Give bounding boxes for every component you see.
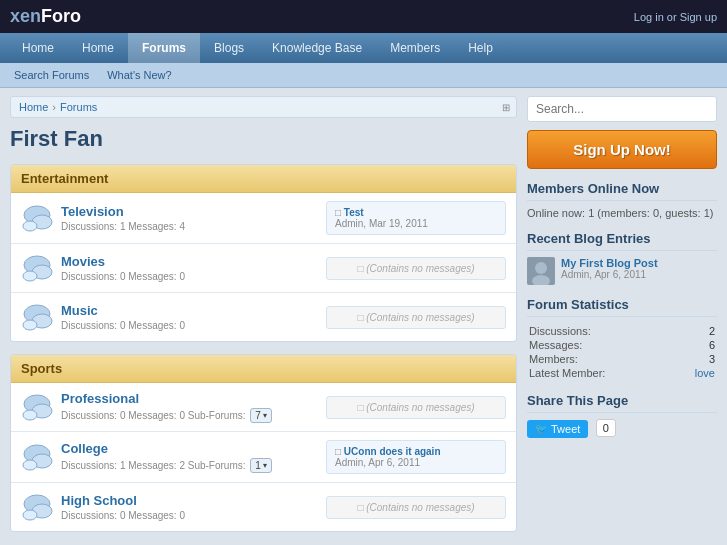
svg-point-8 [23, 320, 37, 330]
forum-info: MoviesDiscussions: 0 Messages: 0 [61, 254, 318, 282]
forum-icon [21, 391, 53, 423]
logo-xen: xen [10, 6, 41, 26]
blog-avatar [527, 257, 555, 285]
forum-stats: Discussions: 0 Messages: 0 [61, 271, 318, 282]
tweet-count: 0 [596, 419, 616, 437]
forum-icon [21, 301, 53, 333]
stats-latest-member: Latest Member: love [529, 367, 715, 379]
main-content: Home › Forums ⊞ First Fan Entertainment … [10, 96, 517, 544]
expand-icon[interactable]: ⊞ [502, 102, 510, 113]
nav-item-forums[interactable]: Forums [128, 33, 200, 63]
breadcrumb-home[interactable]: Home [19, 101, 48, 113]
svg-point-5 [23, 271, 37, 281]
forum-row: High SchoolDiscussions: 0 Messages: 0□ (… [11, 483, 516, 531]
site-header: xenForo Log in or Sign up [0, 0, 727, 33]
latest-title[interactable]: Test [344, 207, 364, 218]
forum-stats: Discussions: 0 Messages: 0 [61, 320, 318, 331]
subforum-badge[interactable]: 7 [250, 408, 272, 423]
recent-blogs-title: Recent Blog Entries [527, 231, 717, 251]
forum-stats: Discussions: 1 Messages: 2 Sub-Forums: 1 [61, 458, 318, 473]
forum-latest: □ UConn does it againAdmin, Apr 6, 2011 [326, 440, 506, 474]
blog-title[interactable]: My First Blog Post [561, 257, 658, 269]
stats-members: Members: 3 [529, 353, 715, 365]
share-title: Share This Page [527, 393, 717, 413]
forum-categories: Entertainment TelevisionDiscussions: 1 M… [10, 164, 517, 532]
subnav-item[interactable]: What's New? [103, 67, 175, 83]
stats-discussions: Discussions: 2 [529, 325, 715, 337]
forum-row: CollegeDiscussions: 1 Messages: 2 Sub-Fo… [11, 432, 516, 483]
forum-stats: Discussions: 0 Messages: 0 Sub-Forums: 7 [61, 408, 318, 423]
forum-row: TelevisionDiscussions: 1 Messages: 4□ Te… [11, 193, 516, 244]
share-controls: 🐦 Tweet 0 [527, 419, 717, 438]
breadcrumb-forums[interactable]: Forums [60, 101, 97, 113]
forum-info: High SchoolDiscussions: 0 Messages: 0 [61, 493, 318, 521]
members-online-title: Members Online Now [527, 181, 717, 201]
svg-point-14 [23, 460, 37, 470]
forum-row: MoviesDiscussions: 0 Messages: 0□ (Conta… [11, 244, 516, 293]
page-title: First Fan [10, 126, 517, 152]
blog-meta: Admin, Apr 6, 2011 [561, 269, 658, 280]
forum-name[interactable]: Professional [61, 391, 318, 406]
forum-stats: Discussions: 1 Messages: 4 [61, 221, 318, 232]
nav-item-knowledge-base[interactable]: Knowledge Base [258, 33, 376, 63]
subforum-badge[interactable]: 1 [250, 458, 272, 473]
members-online-section: Members Online Now Online now: 1 (member… [527, 181, 717, 219]
forum-icon [21, 491, 53, 523]
blog-entry: My First Blog Post Admin, Apr 6, 2011 [527, 257, 717, 285]
nav-item-members[interactable]: Members [376, 33, 454, 63]
blog-info: My First Blog Post Admin, Apr 6, 2011 [561, 257, 658, 280]
forum-name[interactable]: Movies [61, 254, 318, 269]
forum-category: Sports ProfessionalDiscussions: 0 Messag… [10, 354, 517, 532]
latest-title[interactable]: UConn does it again [344, 446, 441, 457]
category-header: Entertainment [11, 165, 516, 193]
forum-stats: Discussions: 0 Messages: 0 [61, 510, 318, 521]
forum-info: CollegeDiscussions: 1 Messages: 2 Sub-Fo… [61, 441, 318, 473]
forum-icon [21, 202, 53, 234]
twitter-bird-icon: 🐦 [535, 423, 547, 434]
forum-stats-title: Forum Statistics [527, 297, 717, 317]
forum-row: MusicDiscussions: 0 Messages: 0□ (Contai… [11, 293, 516, 341]
main-nav: HomeHomeForumsBlogsKnowledge BaseMembers… [0, 33, 727, 63]
search-input[interactable] [527, 96, 717, 122]
sub-nav: Search ForumsWhat's New? [0, 63, 727, 88]
breadcrumb: Home › Forums ⊞ [10, 96, 517, 118]
stats-table: Discussions: 2 Messages: 6 Members: 3 La… [527, 323, 717, 381]
forum-row: ProfessionalDiscussions: 0 Messages: 0 S… [11, 383, 516, 432]
nav-item-help[interactable]: Help [454, 33, 507, 63]
forum-name[interactable]: College [61, 441, 318, 456]
header-login-link[interactable]: Log in or Sign up [634, 11, 717, 23]
logo-foro: Foro [41, 6, 81, 26]
forum-info: MusicDiscussions: 0 Messages: 0 [61, 303, 318, 331]
share-section: Share This Page 🐦 Tweet 0 [527, 393, 717, 438]
members-online-text: Online now: 1 (members: 0, guests: 1) [527, 207, 717, 219]
forum-info: ProfessionalDiscussions: 0 Messages: 0 S… [61, 391, 318, 423]
breadcrumb-sep-1: › [52, 101, 56, 113]
forum-icon [21, 441, 53, 473]
site-logo: xenForo [10, 6, 81, 27]
stats-messages: Messages: 6 [529, 339, 715, 351]
nav-item-blogs[interactable]: Blogs [200, 33, 258, 63]
forum-name[interactable]: High School [61, 493, 318, 508]
svg-point-11 [23, 410, 37, 420]
tweet-button[interactable]: 🐦 Tweet [527, 420, 588, 438]
recent-blogs-section: Recent Blog Entries My First Blog Post A… [527, 231, 717, 285]
forum-info: TelevisionDiscussions: 1 Messages: 4 [61, 204, 318, 232]
forum-latest: □ (Contains no messages) [326, 306, 506, 329]
nav-item-home[interactable]: Home [68, 33, 128, 63]
forum-latest: □ TestAdmin, Mar 19, 2011 [326, 201, 506, 235]
signup-button[interactable]: Sign Up Now! [527, 130, 717, 169]
forum-latest: □ (Contains no messages) [326, 396, 506, 419]
svg-point-2 [23, 221, 37, 231]
sidebar: Sign Up Now! Members Online Now Online n… [527, 96, 717, 544]
svg-point-19 [535, 262, 547, 274]
forum-latest: □ (Contains no messages) [326, 496, 506, 519]
category-header: Sports [11, 355, 516, 383]
svg-point-17 [23, 510, 37, 520]
forum-latest: □ (Contains no messages) [326, 257, 506, 280]
subnav-item[interactable]: Search Forums [10, 67, 93, 83]
forum-stats-section: Forum Statistics Discussions: 2 Messages… [527, 297, 717, 381]
forum-category: Entertainment TelevisionDiscussions: 1 M… [10, 164, 517, 342]
nav-item-home[interactable]: Home [8, 33, 68, 63]
forum-name[interactable]: Music [61, 303, 318, 318]
forum-name[interactable]: Television [61, 204, 318, 219]
